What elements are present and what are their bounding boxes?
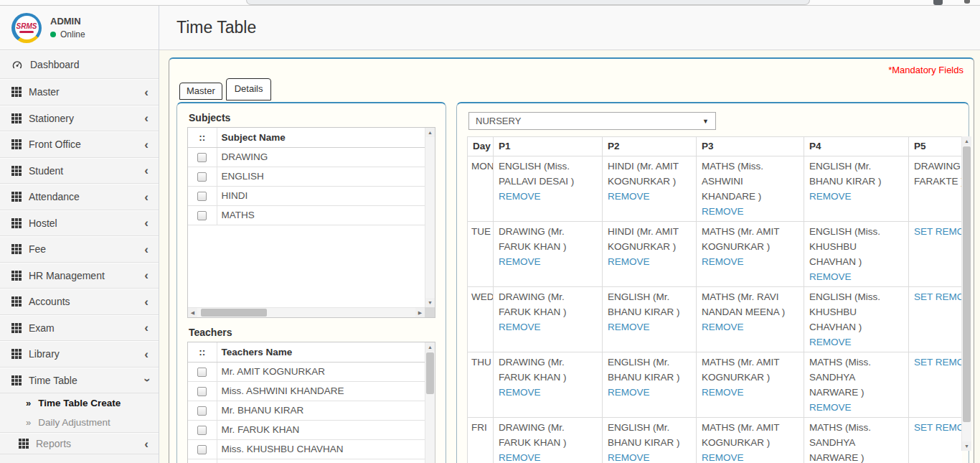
sidebar-item-accounts[interactable]: Accounts‹: [0, 289, 159, 315]
remove-link[interactable]: REMOVE: [499, 322, 541, 332]
grid-vertical-scrollbar[interactable]: ▲ ▼: [961, 136, 971, 451]
remove-link[interactable]: REMOVE: [499, 452, 541, 463]
sidebar-item-time-table[interactable]: Time Table‹: [0, 368, 159, 394]
content-header: Time Table: [159, 6, 980, 50]
timetable-header-row: DayP1P2P3P4P5: [468, 137, 963, 156]
sidebar-subitem-daily-adjustment[interactable]: »Daily Adjustment: [0, 413, 159, 432]
remove-link[interactable]: REMOVE: [608, 191, 650, 202]
teacher-checkbox[interactable]: [197, 368, 207, 377]
sidebar-item-reports[interactable]: Reports‹: [0, 433, 159, 454]
remove-link[interactable]: REMOVE: [809, 402, 852, 413]
sidebar-item-label: HR Management: [29, 270, 105, 281]
subjects-horizontal-scrollbar[interactable]: ◀ ▶: [188, 307, 425, 317]
teacher-checkbox[interactable]: [197, 426, 207, 435]
sidebar-subitem-time-table-create[interactable]: »Time Table Create: [0, 393, 159, 413]
remove-link[interactable]: REMOVE: [809, 337, 852, 347]
remove-link[interactable]: REMOVE: [702, 206, 744, 217]
teacher-name: Mr. BHANU KIRAR: [217, 401, 425, 420]
chevron-left-icon: ‹: [144, 139, 149, 151]
subject-checkbox[interactable]: [197, 211, 207, 220]
sidebar-item-student[interactable]: Student‹: [0, 158, 159, 184]
teacher-row: Mr. BHANU KIRAR: [188, 401, 425, 420]
sidebar-item-exam[interactable]: Exam‹: [0, 315, 159, 342]
sidebar-item-hostel[interactable]: Hostel‹: [0, 210, 159, 237]
set-remove-link[interactable]: SET REMOVE: [914, 291, 962, 302]
browser-chrome-strip: [0, 0, 980, 6]
teachers-vertical-scrollbar[interactable]: ▲: [425, 342, 435, 463]
day-cell: MON: [468, 156, 494, 222]
set-remove-link[interactable]: SET REMOVE: [914, 422, 962, 433]
scroll-up-button[interactable]: ▲: [425, 342, 435, 352]
subjects-name-header: Subject Name: [217, 128, 425, 147]
class-select[interactable]: NURSERY ▼: [468, 112, 716, 130]
remove-link[interactable]: REMOVE: [809, 191, 852, 202]
scrollbar-thumb[interactable]: [201, 309, 267, 317]
remove-link[interactable]: REMOVE: [809, 271, 852, 282]
subject-checkbox[interactable]: [197, 153, 207, 162]
scroll-right-button[interactable]: ▶: [415, 308, 425, 317]
remove-link[interactable]: REMOVE: [608, 322, 650, 332]
scroll-up-button[interactable]: ▲: [425, 128, 435, 137]
sidebar-item-attendance[interactable]: Attendance‹: [0, 184, 159, 210]
logo-text: SRMS: [17, 22, 37, 30]
tab-details[interactable]: Details: [226, 78, 272, 100]
scrollbar-thumb[interactable]: [963, 146, 971, 422]
period-cell: MATHS (Mr. RAVI NANDAN MEENA ) REMOVE: [697, 287, 804, 352]
sidebar-subitem-label: Time Table Create: [38, 398, 121, 408]
sidebar-item-hr-management[interactable]: HR Management‹: [0, 263, 159, 289]
remove-link[interactable]: REMOVE: [702, 322, 744, 332]
tab-master[interactable]: Master: [179, 83, 222, 100]
address-bar-edge: [246, 0, 810, 5]
teacher-checkbox[interactable]: [197, 406, 207, 416]
subject-name: DRAWING: [217, 147, 425, 167]
scroll-down-button[interactable]: ▼: [962, 441, 971, 451]
srms-logo: SRMS: [11, 13, 42, 43]
subject-checkbox[interactable]: [197, 192, 207, 201]
remove-link[interactable]: REMOVE: [608, 387, 650, 398]
sidebar-item-dashboard[interactable]: Dashboard: [0, 50, 159, 79]
teacher-checkbox[interactable]: [197, 387, 207, 396]
remove-link[interactable]: REMOVE: [608, 452, 650, 463]
period-cell: ENGLISH (Miss. PALLAVI DESAI ) REMOVE: [494, 156, 603, 222]
main-area: Time Table *Mandatory Fields Master Deta…: [159, 6, 980, 463]
subject-name: HINDI: [217, 186, 425, 205]
day-cell: WED: [468, 287, 494, 352]
sidebar-item-stationery[interactable]: Stationery‹: [0, 106, 159, 132]
timetable-row-tue: TUEDRAWING (Mr. FARUK KHAN ) REMOVEHINDI…: [468, 222, 963, 287]
sidebar-item-fee[interactable]: Fee‹: [0, 236, 159, 263]
scrollbar-thumb[interactable]: [426, 352, 434, 394]
period-subject-teacher: MATHS (Miss. SANDHYA NARWARE ): [809, 422, 871, 463]
chevron-left-icon: ‹: [144, 348, 149, 360]
scroll-left-button[interactable]: ◀: [188, 308, 197, 317]
period-subject-teacher: MATHS (Miss. SANDHYA NARWARE ): [809, 357, 871, 398]
chevron-left-icon: ‹: [144, 191, 149, 203]
sidebar-item-library[interactable]: Library‹: [0, 341, 159, 368]
set-remove-link[interactable]: SET REMOVE: [914, 226, 962, 237]
double-arrow-icon: »: [26, 398, 31, 408]
scroll-down-button[interactable]: ▼: [425, 298, 435, 307]
sidebar: SRMS ADMIN Online DashboardMaster‹Statio…: [0, 6, 159, 463]
modules-grid-icon: [11, 87, 22, 97]
remove-link[interactable]: REMOVE: [608, 256, 650, 267]
set-remove-link[interactable]: SET REMOVE: [914, 357, 962, 368]
period-subject-teacher: MATHS (Miss. ASHWINI KHANDARE ): [702, 161, 763, 202]
remove-link[interactable]: REMOVE: [499, 256, 541, 267]
subject-checkbox[interactable]: [197, 172, 207, 182]
sidebar-item-front-office[interactable]: Front Office‹: [0, 131, 159, 158]
remove-link[interactable]: REMOVE: [499, 387, 541, 398]
teachers-title: Teachers: [189, 327, 435, 338]
modules-grid-icon: [11, 218, 22, 228]
column-header: P4: [804, 137, 909, 156]
remove-link[interactable]: REMOVE: [499, 191, 541, 202]
subjects-vertical-scrollbar[interactable]: ▲ ▼: [425, 128, 435, 307]
period-subject-teacher: MATHS (Mr. AMIT KOGNURKAR ): [702, 226, 779, 252]
remove-link[interactable]: REMOVE: [702, 452, 744, 463]
teacher-checkbox[interactable]: [197, 445, 207, 454]
dashboard-icon: [11, 59, 23, 70]
teacher-row: Mr. AMIT KOGNURKAR: [188, 362, 425, 381]
scroll-up-button[interactable]: ▲: [962, 136, 971, 146]
remove-link[interactable]: REMOVE: [702, 256, 744, 267]
sidebar-item-master[interactable]: Master‹: [0, 79, 159, 106]
sidebar-item-label: Library: [29, 348, 60, 360]
remove-link[interactable]: REMOVE: [702, 387, 744, 398]
